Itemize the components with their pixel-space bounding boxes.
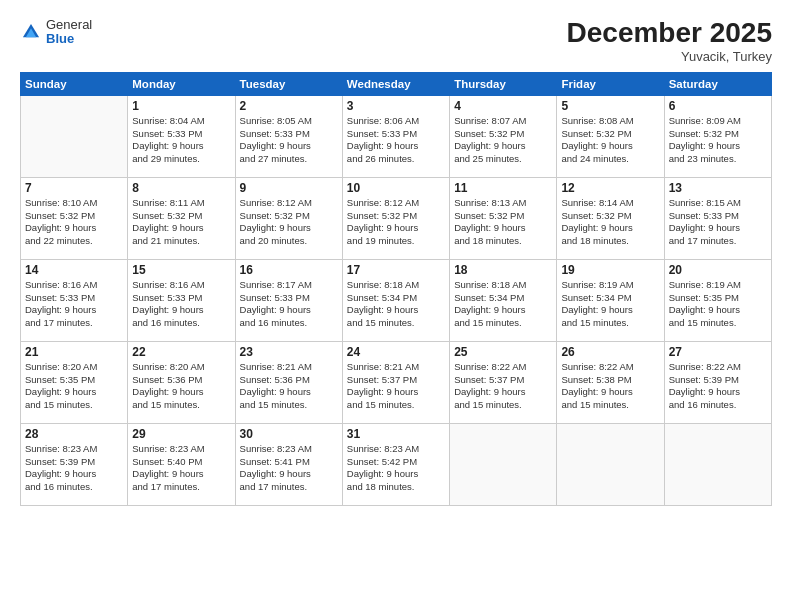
- day-number: 19: [561, 263, 659, 277]
- cell-info-line: Sunrise: 8:08 AM: [561, 115, 659, 128]
- calendar-cell: 30Sunrise: 8:23 AMSunset: 5:41 PMDayligh…: [235, 423, 342, 505]
- cell-info-line: Sunrise: 8:23 AM: [25, 443, 123, 456]
- calendar-cell: 15Sunrise: 8:16 AMSunset: 5:33 PMDayligh…: [128, 259, 235, 341]
- col-header-thursday: Thursday: [450, 72, 557, 95]
- calendar-cell: 25Sunrise: 8:22 AMSunset: 5:37 PMDayligh…: [450, 341, 557, 423]
- calendar-cell: [450, 423, 557, 505]
- cell-info-line: Sunrise: 8:10 AM: [25, 197, 123, 210]
- day-number: 7: [25, 181, 123, 195]
- cell-info-line: Sunset: 5:34 PM: [347, 292, 445, 305]
- cell-info-line: and 15 minutes.: [25, 399, 123, 412]
- calendar-cell: 21Sunrise: 8:20 AMSunset: 5:35 PMDayligh…: [21, 341, 128, 423]
- cell-info-line: Daylight: 9 hours: [561, 304, 659, 317]
- cell-info-line: and 15 minutes.: [347, 317, 445, 330]
- cell-info-line: and 18 minutes.: [454, 235, 552, 248]
- cell-info-line: and 15 minutes.: [669, 317, 767, 330]
- cell-info-line: Sunset: 5:39 PM: [669, 374, 767, 387]
- cell-info-line: Daylight: 9 hours: [132, 304, 230, 317]
- day-number: 29: [132, 427, 230, 441]
- cell-info-line: Sunset: 5:33 PM: [240, 128, 338, 141]
- cell-info-line: Sunrise: 8:15 AM: [669, 197, 767, 210]
- cell-info-line: Sunrise: 8:11 AM: [132, 197, 230, 210]
- calendar-cell: 5Sunrise: 8:08 AMSunset: 5:32 PMDaylight…: [557, 95, 664, 177]
- cell-info-line: Daylight: 9 hours: [669, 304, 767, 317]
- cell-info-line: Daylight: 9 hours: [240, 468, 338, 481]
- cell-info-line: and 18 minutes.: [561, 235, 659, 248]
- week-row-0: 1Sunrise: 8:04 AMSunset: 5:33 PMDaylight…: [21, 95, 772, 177]
- day-number: 1: [132, 99, 230, 113]
- cell-info-line: and 18 minutes.: [347, 481, 445, 494]
- cell-info-line: and 16 minutes.: [669, 399, 767, 412]
- day-number: 9: [240, 181, 338, 195]
- calendar-cell: 11Sunrise: 8:13 AMSunset: 5:32 PMDayligh…: [450, 177, 557, 259]
- logo: General Blue: [20, 18, 92, 47]
- calendar-cell: 26Sunrise: 8:22 AMSunset: 5:38 PMDayligh…: [557, 341, 664, 423]
- cell-info-line: Sunrise: 8:18 AM: [454, 279, 552, 292]
- cell-info-line: Sunset: 5:33 PM: [132, 128, 230, 141]
- day-number: 25: [454, 345, 552, 359]
- cell-info-line: and 19 minutes.: [347, 235, 445, 248]
- cell-info-line: Sunset: 5:33 PM: [669, 210, 767, 223]
- day-number: 15: [132, 263, 230, 277]
- col-header-tuesday: Tuesday: [235, 72, 342, 95]
- cell-info-line: Sunrise: 8:17 AM: [240, 279, 338, 292]
- day-number: 18: [454, 263, 552, 277]
- cell-info-line: Daylight: 9 hours: [132, 222, 230, 235]
- cell-info-line: and 23 minutes.: [669, 153, 767, 166]
- day-number: 31: [347, 427, 445, 441]
- calendar-cell: [664, 423, 771, 505]
- page: General Blue December 2025 Yuvacik, Turk…: [0, 0, 792, 612]
- cell-info-line: Sunrise: 8:22 AM: [454, 361, 552, 374]
- cell-info-line: Sunset: 5:36 PM: [240, 374, 338, 387]
- col-header-sunday: Sunday: [21, 72, 128, 95]
- cell-info-line: and 17 minutes.: [669, 235, 767, 248]
- cell-info-line: and 16 minutes.: [240, 317, 338, 330]
- cell-info-line: Sunrise: 8:19 AM: [561, 279, 659, 292]
- day-number: 13: [669, 181, 767, 195]
- cell-info-line: Daylight: 9 hours: [25, 386, 123, 399]
- month-title: December 2025: [567, 18, 772, 49]
- calendar-cell: 10Sunrise: 8:12 AMSunset: 5:32 PMDayligh…: [342, 177, 449, 259]
- day-number: 5: [561, 99, 659, 113]
- calendar-cell: 24Sunrise: 8:21 AMSunset: 5:37 PMDayligh…: [342, 341, 449, 423]
- cell-info-line: Sunset: 5:33 PM: [132, 292, 230, 305]
- cell-info-line: and 20 minutes.: [240, 235, 338, 248]
- cell-info-line: Sunset: 5:38 PM: [561, 374, 659, 387]
- calendar-cell: 16Sunrise: 8:17 AMSunset: 5:33 PMDayligh…: [235, 259, 342, 341]
- cell-info-line: Sunset: 5:39 PM: [25, 456, 123, 469]
- calendar-cell: 3Sunrise: 8:06 AMSunset: 5:33 PMDaylight…: [342, 95, 449, 177]
- cell-info-line: Sunset: 5:35 PM: [669, 292, 767, 305]
- calendar-cell: 8Sunrise: 8:11 AMSunset: 5:32 PMDaylight…: [128, 177, 235, 259]
- cell-info-line: Sunrise: 8:23 AM: [347, 443, 445, 456]
- day-number: 22: [132, 345, 230, 359]
- cell-info-line: Sunset: 5:32 PM: [132, 210, 230, 223]
- cell-info-line: Sunrise: 8:09 AM: [669, 115, 767, 128]
- day-number: 24: [347, 345, 445, 359]
- cell-info-line: Sunset: 5:32 PM: [561, 128, 659, 141]
- cell-info-line: Sunset: 5:41 PM: [240, 456, 338, 469]
- cell-info-line: Sunrise: 8:18 AM: [347, 279, 445, 292]
- cell-info-line: Sunrise: 8:23 AM: [132, 443, 230, 456]
- week-row-4: 28Sunrise: 8:23 AMSunset: 5:39 PMDayligh…: [21, 423, 772, 505]
- cell-info-line: and 17 minutes.: [132, 481, 230, 494]
- cell-info-line: Sunset: 5:37 PM: [454, 374, 552, 387]
- cell-info-line: Sunset: 5:34 PM: [454, 292, 552, 305]
- day-number: 2: [240, 99, 338, 113]
- cell-info-line: Sunset: 5:32 PM: [347, 210, 445, 223]
- week-row-3: 21Sunrise: 8:20 AMSunset: 5:35 PMDayligh…: [21, 341, 772, 423]
- cell-info-line: Sunset: 5:35 PM: [25, 374, 123, 387]
- day-number: 8: [132, 181, 230, 195]
- cell-info-line: Sunrise: 8:05 AM: [240, 115, 338, 128]
- calendar-cell: 23Sunrise: 8:21 AMSunset: 5:36 PMDayligh…: [235, 341, 342, 423]
- cell-info-line: Daylight: 9 hours: [132, 386, 230, 399]
- cell-info-line: Daylight: 9 hours: [347, 468, 445, 481]
- cell-info-line: Daylight: 9 hours: [669, 386, 767, 399]
- cell-info-line: Daylight: 9 hours: [25, 468, 123, 481]
- cell-info-line: and 15 minutes.: [240, 399, 338, 412]
- cell-info-line: Sunset: 5:34 PM: [561, 292, 659, 305]
- cell-info-line: Sunrise: 8:21 AM: [240, 361, 338, 374]
- cell-info-line: Sunrise: 8:22 AM: [561, 361, 659, 374]
- day-number: 10: [347, 181, 445, 195]
- cell-info-line: and 15 minutes.: [561, 399, 659, 412]
- day-number: 14: [25, 263, 123, 277]
